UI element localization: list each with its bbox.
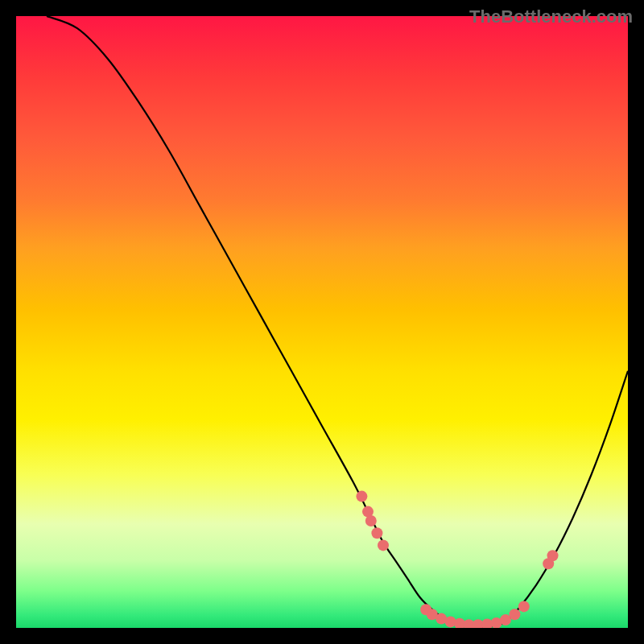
data-point: [378, 539, 389, 551]
chart-overlay: [16, 16, 628, 628]
data-point: [547, 550, 559, 561]
data-point: [356, 491, 367, 502]
data-point: [371, 527, 382, 539]
chart-root: TheBottleneck.com: [0, 0, 644, 644]
curve-line: [47, 16, 628, 627]
data-points-group: [356, 491, 558, 628]
data-point: [518, 601, 530, 612]
data-point: [365, 515, 377, 526]
data-point: [509, 609, 520, 620]
